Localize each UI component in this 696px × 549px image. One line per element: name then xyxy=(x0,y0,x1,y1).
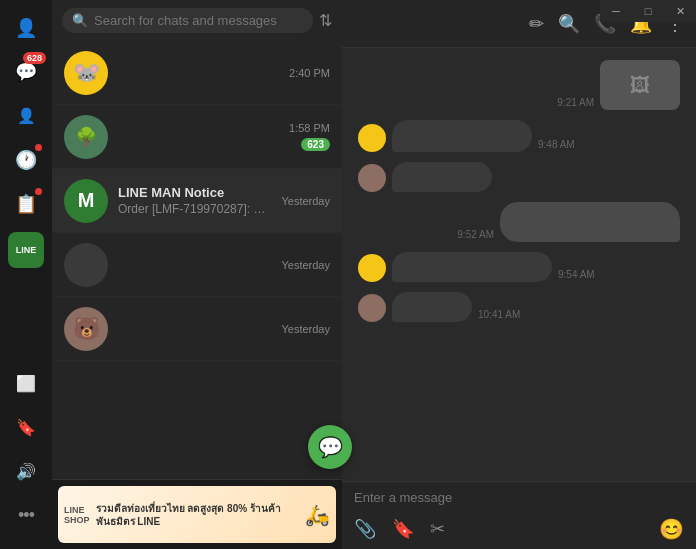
message-avatar xyxy=(358,294,386,322)
close-button[interactable]: ✕ xyxy=(664,0,696,22)
sidebar-icon-square[interactable]: ⬜ xyxy=(6,363,46,403)
chat-meta: Yesterday xyxy=(281,195,330,207)
ad-logo: LINESHOP xyxy=(64,505,90,525)
sort-button[interactable]: ⇅ xyxy=(319,11,332,30)
chat-name: LINE MAN Notice xyxy=(118,185,271,200)
message-group xyxy=(392,162,492,192)
message-row: 9:48 AM xyxy=(358,120,680,152)
avatar xyxy=(64,243,108,287)
sidebar-icon-more[interactable]: ••• xyxy=(6,495,46,535)
speaker-icon: 🔊 xyxy=(16,462,36,481)
chat-list: 🐭 2:40 PM 🌳 1:58 PM 623 M xyxy=(52,41,342,479)
bookmark-icon: 🔖 xyxy=(16,418,36,437)
notes-dot xyxy=(35,188,42,195)
message-group xyxy=(392,252,552,282)
chat-preview: Order [LMF-719970287]: How was your orde… xyxy=(118,202,271,216)
chat-item[interactable]: 🌳 1:58 PM 623 xyxy=(52,105,342,169)
chat-item[interactable]: M LINE MAN Notice Order [LMF-719970287]:… xyxy=(52,169,342,233)
chat-meta: Yesterday xyxy=(281,259,330,271)
search-header-icon[interactable]: 🔍 xyxy=(558,13,580,35)
clock-icon: 🕐 xyxy=(15,149,37,171)
message-bubble xyxy=(392,292,472,322)
sidebar-icon-bookmark[interactable]: 🔖 xyxy=(6,407,46,447)
message-time: 9:21 AM xyxy=(557,97,594,108)
minimize-button[interactable]: ─ xyxy=(600,0,632,22)
chat-time: 1:58 PM xyxy=(289,122,330,134)
message-avatar xyxy=(358,254,386,282)
avatar: 🐭 xyxy=(64,51,108,95)
sidebar-icon-speaker[interactable]: 🔊 xyxy=(6,451,46,491)
chat-panel: ✏ 🔍 📞 🔔 ⋮ 9:21 AM 🖼 9:48 AM xyxy=(342,0,696,549)
chat-time: Yesterday xyxy=(281,259,330,271)
chat-item[interactable]: Yesterday xyxy=(52,233,342,297)
emoji-button[interactable]: 😊 xyxy=(659,517,684,541)
bookmark-toolbar-icon[interactable]: 🔖 xyxy=(392,518,414,540)
sidebar-icon-chat[interactable]: 💬 628 xyxy=(6,52,46,92)
search-input[interactable] xyxy=(94,13,303,28)
avatar: 🌳 xyxy=(64,115,108,159)
message-row xyxy=(358,162,680,192)
chat-info xyxy=(118,72,279,74)
search-icon: 🔍 xyxy=(72,13,88,28)
profile-icon: 👤 xyxy=(15,17,37,39)
line-logo-icon: LINE xyxy=(16,245,37,255)
message-time: 10:41 AM xyxy=(478,309,520,320)
ad-content[interactable]: LINESHOP รวมดีลท่องเที่ยวไทย ลดสูงสุด 80… xyxy=(58,486,336,543)
message-image: 🖼 xyxy=(600,60,680,110)
unread-badge: 623 xyxy=(301,138,330,151)
message-bubble xyxy=(392,162,492,192)
chat-info: LINE MAN Notice Order [LMF-719970287]: H… xyxy=(118,185,271,216)
crop-icon[interactable]: ✂ xyxy=(430,518,445,540)
message-bubble xyxy=(392,252,552,282)
sidebar-icon-notes[interactable]: 📋 xyxy=(6,184,46,224)
square-icon: ⬜ xyxy=(16,374,36,393)
chat-info xyxy=(118,264,271,266)
compose-button[interactable]: 💬 xyxy=(308,425,352,469)
ad-image: 🛵 xyxy=(305,503,330,527)
message-group xyxy=(392,292,472,322)
ad-text: รวมดีลท่องเที่ยวไทย ลดสูงสุด 80% ร้านค้า… xyxy=(96,502,299,528)
sidebar-icon-add-friend[interactable]: 👤 xyxy=(6,96,46,136)
message-avatar xyxy=(358,124,386,152)
message-time: 9:54 AM xyxy=(558,269,595,280)
history-dot xyxy=(35,144,42,151)
chat-time: Yesterday xyxy=(281,323,330,335)
maximize-button[interactable]: □ xyxy=(632,0,664,22)
chat-meta: 1:58 PM 623 xyxy=(289,122,330,151)
search-bar: 🔍 ⇅ xyxy=(52,0,342,41)
chat-meta: Yesterday xyxy=(281,323,330,335)
message-time: 9:48 AM xyxy=(538,139,575,150)
sidebar-icon-profile[interactable]: 👤 xyxy=(6,8,46,48)
attach-icon[interactable]: 📎 xyxy=(354,518,376,540)
message-row: 9:21 AM 🖼 xyxy=(358,60,680,110)
message-bubble xyxy=(500,202,680,242)
chat-list-panel: 🔍 ⇅ 🐭 2:40 PM 🌳 1:58 PM xyxy=(52,0,342,549)
compose-header-icon[interactable]: ✏ xyxy=(529,13,544,35)
messages-area: 9:21 AM 🖼 9:48 AM 9:52 AM xyxy=(342,48,696,481)
chat-info xyxy=(118,136,279,138)
message-input[interactable] xyxy=(354,490,684,505)
chat-item[interactable]: 🐭 2:40 PM xyxy=(52,41,342,105)
sidebar-icon-line[interactable]: LINE xyxy=(8,232,44,268)
input-toolbar: 📎 🔖 ✂ 😊 xyxy=(342,513,696,549)
search-input-wrap[interactable]: 🔍 xyxy=(62,8,313,33)
chat-item[interactable]: 🐻 Yesterday xyxy=(52,297,342,361)
chat-time: 2:40 PM xyxy=(289,67,330,79)
message-row: 9:54 AM xyxy=(358,252,680,282)
add-friend-icon: 👤 xyxy=(17,107,36,125)
avatar: M xyxy=(64,179,108,223)
message-time: 9:52 AM xyxy=(457,229,494,240)
message-bubble xyxy=(392,120,532,152)
avatar: 🐻 xyxy=(64,307,108,351)
chat-meta: 2:40 PM xyxy=(289,67,330,79)
more-icon: ••• xyxy=(18,505,34,526)
sidebar-icon-history[interactable]: 🕐 xyxy=(6,140,46,180)
chat-badge: 628 xyxy=(23,52,46,64)
chat-bubble-icon: 💬 xyxy=(15,61,37,83)
ad-banner: LINESHOP รวมดีลท่องเที่ยวไทย ลดสูงสุด 80… xyxy=(52,479,342,549)
titlebar: ─ □ ✕ xyxy=(600,0,696,22)
message-row: 9:52 AM xyxy=(358,202,680,242)
chat-info xyxy=(118,328,271,330)
sidebar-bottom: ⬜ 🔖 🔊 ••• xyxy=(6,363,46,549)
message-group xyxy=(392,120,532,152)
